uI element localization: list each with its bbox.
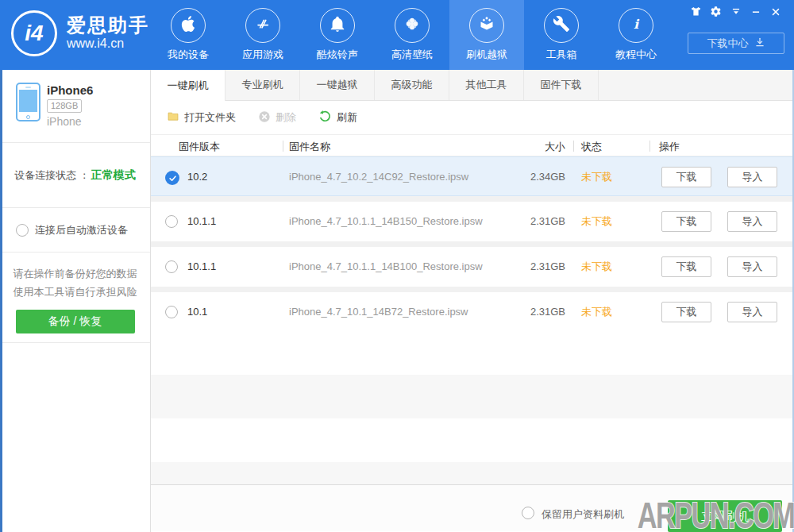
- import-button[interactable]: 导入: [727, 256, 777, 277]
- firmware-row[interactable]: 10.1.1 iPhone_4.7_10.1.1_14B100_Restore.…: [151, 247, 794, 287]
- import-button[interactable]: 导入: [727, 211, 777, 232]
- warning-line-2: 使用本工具请自行承担风险: [0, 283, 150, 301]
- column-header-version: 固件版本: [179, 140, 220, 154]
- delete-circle-icon: [258, 110, 271, 125]
- jailbreak-box-icon: [477, 14, 496, 37]
- download-button[interactable]: 下载: [661, 167, 711, 187]
- open-folder-button[interactable]: 打开文件夹: [167, 110, 236, 125]
- apple-icon: [179, 14, 198, 37]
- footer-bar: 保留用户资料刷机 立即刷机 ARPUN.COM: [151, 484, 794, 531]
- firmware-status: 未下载: [581, 247, 612, 287]
- window-frame-left: [0, 70, 2, 532]
- delete-button[interactable]: 删除: [258, 110, 296, 125]
- firmware-status: 未下载: [581, 202, 612, 241]
- firmware-row[interactable]: 10.1.1 iPhone_4.7_10.1.1_14B150_Restore.…: [151, 202, 794, 241]
- app-url: www.i4.cn: [67, 36, 149, 52]
- download-center-label: 下载中心: [707, 37, 749, 51]
- nav-item-flash-jailbreak[interactable]: 刷机越狱: [449, 0, 524, 70]
- firmware-radio[interactable]: [165, 215, 178, 228]
- nav-item-toolbox[interactable]: 工具箱: [524, 0, 599, 70]
- nav-label: 工具箱: [546, 48, 577, 62]
- toolbar: 打开文件夹 删除 刷新: [151, 101, 794, 134]
- auto-activate-radio[interactable]: [16, 224, 29, 237]
- firmware-radio[interactable]: [165, 306, 178, 318]
- firmware-filename: iPhone_4.7_10.2_14C92_Restore.ipsw: [289, 157, 468, 197]
- menu-icon[interactable]: [730, 6, 742, 17]
- table-header: 固件版本 固件名称 大小 状态 操作: [151, 134, 794, 156]
- app-logo: i4 爱思助手 www.i4.cn: [11, 10, 149, 56]
- firmware-radio-selected[interactable]: [165, 171, 179, 185]
- download-icon: [754, 37, 765, 50]
- empty-area: [151, 418, 794, 462]
- firmware-version: 10.2: [187, 157, 207, 197]
- column-header-size: 大小: [492, 140, 565, 154]
- firmware-filename: iPhone_4.7_10.1.1_14B150_Restore.ipsw: [289, 202, 483, 241]
- nav-item-ringtones[interactable]: 酷炫铃声: [300, 0, 375, 70]
- refresh-button[interactable]: 刷新: [318, 110, 357, 125]
- auto-activate-option[interactable]: 连接后自动激活设备: [0, 208, 150, 253]
- tab-one-key-jailbreak[interactable]: 一键越狱: [300, 70, 375, 100]
- device-panel: iPhone6 128GB iPhone: [0, 70, 150, 143]
- firmware-version: 10.1.1: [187, 247, 216, 287]
- main-nav: 我的设备 应用游戏 酷炫铃声 高清壁纸 刷机越狱: [151, 0, 673, 70]
- keep-user-data-radio[interactable]: [522, 507, 534, 519]
- firmware-size: 2.34GB: [492, 157, 565, 197]
- tab-bar: 一键刷机 专业刷机 一键越狱 高级功能 其他工具 固件下载: [151, 70, 794, 101]
- firmware-row[interactable]: 10.2 iPhone_4.7_10.2_14C92_Restore.ipsw …: [151, 156, 794, 196]
- device-capacity-badge: 128GB: [47, 99, 82, 113]
- empty-area: [151, 462, 794, 484]
- close-icon[interactable]: [769, 6, 781, 17]
- wallpaper-icon: [403, 14, 422, 37]
- nav-label: 教程中心: [615, 48, 657, 62]
- backup-restore-button[interactable]: 备份 / 恢复: [16, 310, 135, 333]
- logo-i4-icon: i4: [11, 10, 57, 56]
- empty-area: [151, 375, 794, 418]
- firmware-row[interactable]: 10.1 iPhone_4.7_10.1_14B72_Restore.ipsw …: [151, 292, 794, 332]
- empty-area: [151, 337, 794, 375]
- firmware-status: 未下载: [581, 157, 612, 197]
- import-button[interactable]: 导入: [727, 167, 777, 187]
- firmware-status: 未下载: [581, 292, 612, 332]
- device-name: iPhone6: [47, 83, 93, 97]
- firmware-version: 10.1: [187, 292, 207, 332]
- keep-user-data-label: 保留用户资料刷机: [542, 507, 624, 522]
- skin-icon[interactable]: [690, 6, 702, 17]
- tab-one-key-flash[interactable]: 一键刷机: [151, 70, 225, 101]
- download-button[interactable]: 下载: [661, 211, 711, 232]
- firmware-radio[interactable]: [165, 260, 178, 273]
- column-header-status: 状态: [581, 140, 602, 154]
- download-button[interactable]: 下载: [661, 302, 711, 322]
- open-folder-label: 打开文件夹: [184, 110, 236, 125]
- refresh-label: 刷新: [337, 110, 357, 125]
- tab-advanced[interactable]: 高级功能: [375, 70, 449, 100]
- toolbox-icon: [553, 15, 570, 36]
- import-button[interactable]: 导入: [727, 302, 777, 322]
- tab-pro-flash[interactable]: 专业刷机: [225, 70, 300, 100]
- bell-icon: [329, 15, 346, 36]
- nav-label: 刷机越狱: [466, 48, 507, 62]
- firmware-size: 2.31GB: [492, 202, 565, 241]
- settings-gear-icon[interactable]: [710, 6, 722, 17]
- warning-panel: 请在操作前备份好您的数据 使用本工具请自行承担风险 备份 / 恢复: [0, 253, 150, 343]
- column-header-actions: 操作: [659, 140, 680, 154]
- tab-firmware-download[interactable]: 固件下载: [524, 70, 599, 100]
- nav-item-wallpapers[interactable]: 高清壁纸: [375, 0, 449, 70]
- refresh-icon: [318, 110, 332, 125]
- download-button[interactable]: 下载: [661, 256, 711, 277]
- sidebar: iPhone6 128GB iPhone 设备连接状态 ： 正常模式 连接后自动…: [0, 70, 151, 532]
- iphone-icon: [16, 83, 40, 121]
- window-controls: [690, 6, 781, 17]
- nav-item-tutorials[interactable]: i 教程中心: [599, 0, 673, 70]
- flash-now-button[interactable]: 立即刷机: [668, 500, 782, 532]
- nav-item-my-devices[interactable]: 我的设备: [151, 0, 225, 70]
- download-center-button[interactable]: 下载中心: [688, 33, 784, 54]
- warning-line-1: 请在操作前备份好您的数据: [0, 264, 150, 283]
- appstore-icon: [253, 14, 272, 37]
- nav-item-apps-games[interactable]: 应用游戏: [225, 0, 300, 70]
- auto-activate-label: 连接后自动激活设备: [35, 223, 128, 237]
- nav-label: 酷炫铃声: [317, 48, 358, 62]
- info-icon: i: [626, 14, 646, 37]
- folder-icon: [167, 110, 179, 125]
- minimize-icon[interactable]: [750, 6, 761, 17]
- tab-other-tools[interactable]: 其他工具: [449, 70, 524, 100]
